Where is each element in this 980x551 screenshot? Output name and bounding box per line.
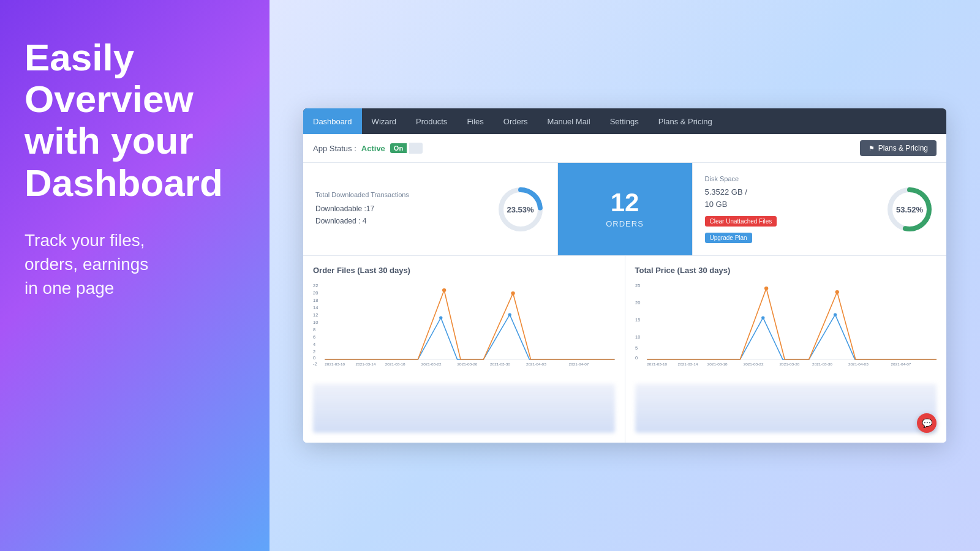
svg-text:2021-03-18: 2021-03-18 (385, 362, 405, 366)
nav-products[interactable]: Products (406, 108, 457, 134)
svg-text:2021-03-18: 2021-03-18 (707, 362, 727, 366)
toggle-off (409, 143, 423, 154)
svg-text:2021-04-03: 2021-04-03 (848, 362, 868, 366)
total-price-chart-card: Total Price (Last 30 days) 25 20 15 10 5… (625, 256, 947, 443)
float-action-button[interactable]: 💬 (917, 413, 937, 433)
downloaded-stat: Downloaded : 4 (315, 216, 409, 227)
svg-point-38 (761, 317, 764, 320)
disk-usage: 5.3522 GB /10 GB (705, 186, 777, 210)
svg-point-19 (439, 317, 442, 320)
hero-subtext: Track your files,orders, earningsin one … (24, 228, 245, 301)
svg-text:2021-03-22: 2021-03-22 (421, 362, 442, 366)
chat-icon: 💬 (922, 418, 932, 428)
orders-card: 12 ORDERS (558, 163, 693, 255)
svg-text:2021-03-26: 2021-03-26 (458, 362, 478, 366)
svg-text:2: 2 (313, 349, 315, 354)
hero-text: Easily Overview with your Dashboard Trac… (24, 37, 245, 300)
orders-label: ORDERS (606, 219, 644, 228)
nav-settings[interactable]: Settings (600, 108, 649, 134)
svg-point-18 (511, 291, 514, 295)
svg-text:0: 0 (313, 355, 315, 361)
disk-info: Disk Space 5.3522 GB /10 GB Clear Unatta… (705, 175, 777, 243)
svg-text:2021-03-30: 2021-03-30 (490, 362, 510, 366)
svg-text:12: 12 (313, 312, 318, 318)
svg-text:15: 15 (635, 317, 640, 323)
svg-text:18: 18 (313, 298, 318, 303)
status-active: Active (361, 144, 385, 153)
orders-count: 12 (611, 190, 639, 216)
svg-text:2021-03-26: 2021-03-26 (779, 362, 799, 366)
transactions-percent: 23.53% (507, 204, 533, 214)
toggle-on-label: On (390, 143, 407, 153)
nav-plans[interactable]: Plans & Pricing (649, 108, 722, 134)
svg-text:20: 20 (313, 290, 318, 296)
status-bar: App Status : Active On ⚑ Plans & Pricing (303, 134, 946, 163)
right-panel: Dashboard Wizard Products Files Orders M… (270, 0, 980, 551)
svg-text:2021-03-14: 2021-03-14 (356, 362, 376, 366)
svg-text:25: 25 (635, 283, 640, 288)
transactions-donut: 23.53% (496, 185, 545, 234)
svg-text:2021-04-03: 2021-04-03 (526, 362, 546, 366)
chart2-title: Total Price (Last 30 days) (635, 266, 937, 275)
chart1-title: Order Files (Last 30 days) (313, 266, 615, 275)
downloadable-stat: Downloadable :17 (315, 203, 409, 215)
svg-point-20 (508, 313, 511, 317)
disk-donut: 53.52% (885, 185, 934, 234)
svg-text:-2: -2 (313, 361, 317, 367)
chart2-svg: 25 20 15 10 5 0 (635, 281, 937, 367)
plans-pricing-button[interactable]: ⚑ Plans & Pricing (860, 140, 937, 156)
svg-point-37 (835, 290, 839, 294)
upgrade-plan-button[interactable]: Upgrade Plan (705, 233, 752, 243)
svg-text:4: 4 (313, 342, 315, 347)
svg-point-39 (833, 313, 836, 317)
svg-text:5: 5 (635, 345, 638, 351)
svg-text:22: 22 (313, 283, 318, 288)
svg-text:0: 0 (635, 355, 638, 361)
transactions-title: Total Downloaded Transactions (315, 191, 409, 198)
svg-text:2021-03-30: 2021-03-30 (812, 362, 832, 366)
status-label: App Status : (313, 144, 356, 153)
flag-icon: ⚑ (869, 144, 875, 152)
left-panel: Easily Overview with your Dashboard Trac… (0, 0, 270, 551)
transactions-info: Total Downloaded Transactions Downloadab… (315, 191, 409, 227)
svg-text:2021-03-10: 2021-03-10 (647, 362, 667, 366)
svg-text:2021-03-22: 2021-03-22 (743, 362, 763, 366)
svg-point-36 (764, 287, 767, 290)
chart2-blurred-data (635, 384, 937, 433)
nav-files[interactable]: Files (457, 108, 493, 134)
svg-text:2021-04-07: 2021-04-07 (569, 362, 589, 366)
nav-bar: Dashboard Wizard Products Files Orders M… (303, 108, 946, 134)
order-files-chart-card: Order Files (Last 30 days) 22 20 18 14 1… (303, 256, 625, 443)
nav-manuelmail[interactable]: Manuel Mail (538, 108, 600, 134)
charts-section: Order Files (Last 30 days) 22 20 18 14 1… (303, 256, 946, 443)
plans-btn-label: Plans & Pricing (878, 144, 928, 152)
toggle-wrapper[interactable]: On (390, 143, 423, 154)
svg-text:10: 10 (313, 320, 318, 325)
svg-text:2021-03-14: 2021-03-14 (677, 362, 698, 366)
chart1-blurred-data (313, 384, 615, 433)
status-left: App Status : Active On (313, 143, 423, 154)
svg-text:2021-04-07: 2021-04-07 (891, 362, 911, 366)
hero-headline: Easily Overview with your Dashboard (24, 37, 245, 204)
metrics-row: Total Downloaded Transactions Downloadab… (303, 163, 946, 256)
nav-orders[interactable]: Orders (494, 108, 538, 134)
nav-wizard[interactable]: Wizard (362, 108, 406, 134)
svg-point-17 (442, 288, 446, 292)
svg-text:20: 20 (635, 300, 640, 305)
chart2-area: 25 20 15 10 5 0 (635, 281, 937, 379)
transactions-card: Total Downloaded Transactions Downloadab… (303, 163, 558, 255)
svg-text:6: 6 (313, 334, 315, 340)
disk-card: Disk Space 5.3522 GB /10 GB Clear Unatta… (693, 163, 947, 255)
chart1-svg: 22 20 18 14 12 10 8 6 4 2 0 -2 (313, 281, 615, 367)
svg-text:8: 8 (313, 327, 315, 332)
svg-text:10: 10 (635, 334, 640, 340)
clear-unattached-button[interactable]: Clear Unattached Files (705, 216, 777, 227)
svg-text:2021-03-10: 2021-03-10 (325, 362, 345, 366)
disk-title: Disk Space (705, 175, 777, 182)
app-window: Dashboard Wizard Products Files Orders M… (303, 108, 946, 443)
nav-dashboard[interactable]: Dashboard (303, 108, 362, 134)
chart1-area: 22 20 18 14 12 10 8 6 4 2 0 -2 (313, 281, 615, 379)
svg-text:14: 14 (313, 305, 318, 310)
disk-percent: 53.52% (896, 204, 923, 214)
